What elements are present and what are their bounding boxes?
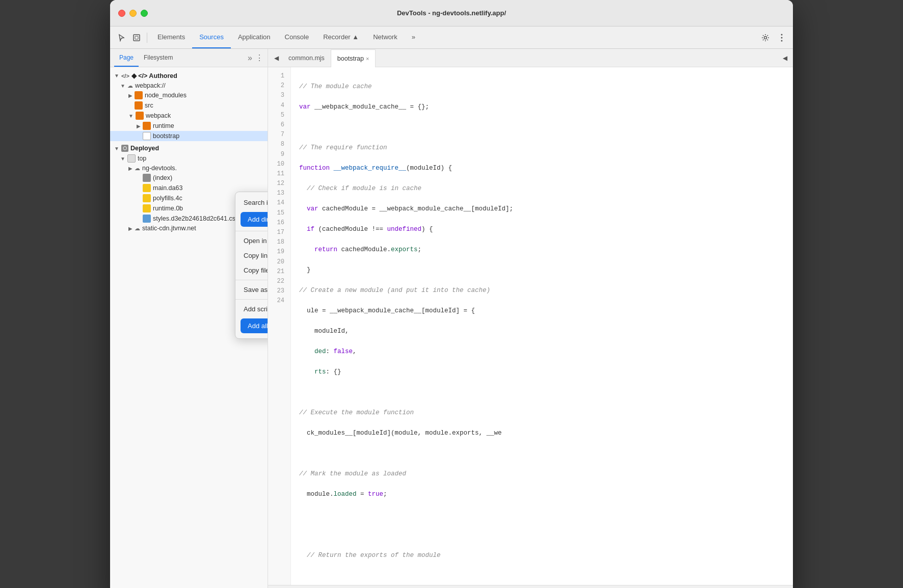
ctx-add-all-third-party-btn[interactable]: Add all third-party scripts to ignore li… xyxy=(241,318,268,333)
code-line-21: module.loaded = true; xyxy=(299,489,785,499)
code-panel: ◀ common.mjs bootstrap × ◀ 1 2 xyxy=(268,49,793,588)
code-line-13: moduleId, xyxy=(299,326,785,336)
main-content: Page Filesystem » ⋮ ▼ xyxy=(110,49,793,588)
tab-sources[interactable]: Sources xyxy=(192,26,231,48)
sidebar-tab-page[interactable]: Page xyxy=(114,49,139,67)
maximize-button[interactable] xyxy=(141,10,148,17)
more-options-icon[interactable] xyxy=(775,31,789,45)
context-menu: Search in folder Add directory to ignore… xyxy=(235,192,268,339)
webpack-folder[interactable]: ▼ webpack xyxy=(110,111,268,121)
line-13: 13 xyxy=(272,189,284,198)
bootstrap-file[interactable]: ▶ bootstrap xyxy=(110,131,268,141)
code-line-17: // Execute the module function xyxy=(299,408,785,418)
ctx-open-new-tab[interactable]: Open in new tab xyxy=(235,233,268,248)
ctx-add-directory-btn[interactable]: Add directory to ignore list xyxy=(241,212,268,227)
inspect-icon[interactable] xyxy=(129,31,144,45)
code-line-16 xyxy=(299,387,785,397)
svg-rect-0 xyxy=(134,35,140,41)
code-line-19 xyxy=(299,448,785,459)
file-icon-index xyxy=(143,174,151,182)
line-24: 24 xyxy=(272,296,284,306)
code-line-12: ule = __webpack_module_cache__[moduleId]… xyxy=(299,306,785,316)
line-14: 14 xyxy=(272,198,284,208)
authored-section[interactable]: ▼ </> ◆ </> Authored xyxy=(110,70,268,81)
folder-icon-src xyxy=(135,101,143,110)
tab-application[interactable]: Application xyxy=(231,26,278,48)
tab-console[interactable]: Console xyxy=(278,26,316,48)
ctx-copy-link[interactable]: Copy link address xyxy=(235,248,268,263)
webpack-chevron: ▼ xyxy=(120,83,125,89)
sidebar-tab-filesystem[interactable]: Filesystem xyxy=(139,49,178,67)
code-line-8: if (cachedModule !== undefined) { xyxy=(299,224,785,234)
ctx-save-as[interactable]: Save as... xyxy=(235,282,268,297)
ctx-add-script[interactable]: Add script to ignore list xyxy=(235,302,268,316)
sidebar-inner: Page Filesystem » ⋮ ▼ xyxy=(110,49,268,588)
line-numbers: 1 2 3 4 5 6 7 8 9 10 11 12 13 14 xyxy=(268,67,291,585)
settings-icon[interactable] xyxy=(758,31,773,45)
code-line-22 xyxy=(299,510,785,520)
line-3: 3 xyxy=(272,91,284,100)
file-icon-polyfills xyxy=(143,194,151,202)
code-line-23 xyxy=(299,530,785,540)
code-tabs-bar: ◀ common.mjs bootstrap × ◀ xyxy=(268,49,793,67)
svg-point-4 xyxy=(781,37,783,38)
deployed-cube-icon: ⬡ xyxy=(121,145,128,152)
code-line-1: // The module cache xyxy=(299,82,785,92)
line-6: 6 xyxy=(272,120,284,130)
ctx-separator-3 xyxy=(235,299,268,300)
close-button[interactable] xyxy=(118,10,125,17)
sidebar-tabs: Page Filesystem » ⋮ xyxy=(110,49,268,67)
toolbar-right xyxy=(758,31,789,45)
line-16: 16 xyxy=(272,218,284,228)
line-15: 15 xyxy=(272,208,284,218)
code-line-3 xyxy=(299,122,785,132)
minimize-button[interactable] xyxy=(129,10,137,17)
tab-elements[interactable]: Elements xyxy=(150,26,192,48)
sidebar-three-dots[interactable]: ⋮ xyxy=(255,53,263,63)
line-1: 1 xyxy=(272,71,284,81)
sidebar-tab-more[interactable]: » xyxy=(248,54,252,63)
code-tab-right-arrow[interactable]: ◀ xyxy=(779,52,791,64)
traffic-lights xyxy=(118,10,148,17)
code-line-24: // Return the exports of the module xyxy=(299,550,785,560)
status-bar: {} Line 8, Column 2 (From runtime.0b841b… xyxy=(268,585,793,588)
top-folder[interactable]: ▼ top xyxy=(110,153,268,164)
deployed-section[interactable]: ▼ ⬡ Deployed xyxy=(110,143,268,153)
line-12: 12 xyxy=(272,179,284,189)
line-7: 7 xyxy=(272,130,284,140)
file-icon-styles xyxy=(143,215,151,223)
top-chevron: ▼ xyxy=(120,156,125,162)
ctx-search-in-folder[interactable]: Search in folder xyxy=(235,195,268,210)
svg-point-2 xyxy=(764,36,767,39)
cloud-icon-ng: ☁ xyxy=(135,165,140,172)
code-content[interactable]: // The module cache var __webpack_module… xyxy=(291,67,793,585)
webpack-section[interactable]: ▼ ☁ webpack:// xyxy=(110,81,268,90)
ctx-separator-1 xyxy=(235,231,268,231)
index-file[interactable]: ▶ (index) xyxy=(110,173,268,183)
ctx-copy-file-name[interactable]: Copy file name xyxy=(235,263,268,278)
code-panel-inner: ◀ common.mjs bootstrap × ◀ 1 2 xyxy=(268,49,793,588)
code-line-20: // Mark the module as loaded xyxy=(299,469,785,479)
code-editor[interactable]: 1 2 3 4 5 6 7 8 9 10 11 12 13 14 xyxy=(268,67,793,585)
line-8: 8 xyxy=(272,140,284,149)
tab-bar: Elements Sources Application Console Rec… xyxy=(150,26,757,48)
code-tab-common[interactable]: common.mjs xyxy=(282,49,331,67)
code-tab-bootstrap[interactable]: bootstrap × xyxy=(331,49,376,67)
node-modules-folder[interactable]: ▶ node_modules xyxy=(110,90,268,100)
tab-more[interactable]: » xyxy=(405,26,422,48)
ng-devtools-folder[interactable]: ▶ ☁ ng-devtools. xyxy=(110,164,268,173)
folder-icon-webpack xyxy=(136,112,144,120)
code-tab-close-btn[interactable]: × xyxy=(366,56,369,62)
runtime-folder[interactable]: ▶ runtime xyxy=(110,121,268,131)
line-20: 20 xyxy=(272,257,284,267)
cursor-tool-icon[interactable] xyxy=(114,31,128,45)
authored-icon: </> xyxy=(121,73,129,79)
webpack-folder-chevron: ▼ xyxy=(128,113,134,119)
src-folder[interactable]: ▶ src xyxy=(110,100,268,111)
code-tab-left-arrow[interactable]: ◀ xyxy=(270,52,282,64)
svg-point-3 xyxy=(781,34,783,35)
tab-recorder[interactable]: Recorder ▲ xyxy=(316,26,366,48)
tab-network[interactable]: Network xyxy=(366,26,405,48)
static-cdn-chevron: ▶ xyxy=(128,226,132,231)
svg-rect-1 xyxy=(135,36,138,39)
